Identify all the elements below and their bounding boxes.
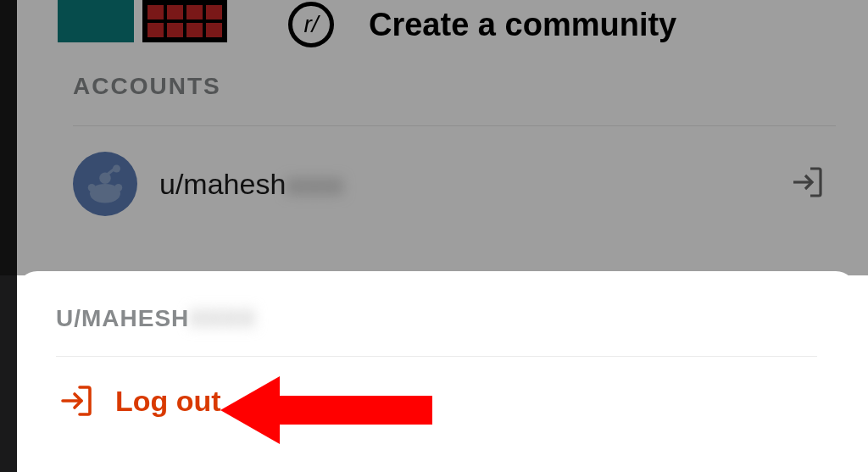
sheet-title-visible: U/MAHESH: [56, 305, 189, 331]
logout-button[interactable]: Log out: [56, 380, 817, 421]
create-community-label: Create a community: [369, 7, 676, 43]
svg-point-3: [88, 184, 96, 192]
avatar: [73, 152, 137, 216]
left-edge-strip: [0, 0, 17, 472]
username-blurred: xxxx: [286, 168, 343, 200]
menu-item-create-community[interactable]: r/ Create a community: [17, 0, 856, 47]
thumbnail-teal: [58, 0, 134, 42]
reddit-snoo-icon: [82, 161, 128, 207]
account-options-sheet: U/MAHESHXXXX Log out: [17, 271, 856, 472]
accounts-heading: ACCOUNTS: [73, 73, 221, 100]
sheet-title-blurred: XXXX: [189, 305, 256, 331]
logout-icon: [56, 380, 97, 421]
svg-point-1: [99, 173, 111, 185]
account-row[interactable]: u/maheshxxxx: [73, 146, 836, 222]
account-username: u/maheshxxxx: [159, 168, 343, 201]
thumbnail-grid: [142, 0, 227, 42]
svg-point-4: [114, 184, 122, 192]
sheet-divider: [56, 356, 817, 357]
exit-icon[interactable]: [787, 162, 827, 206]
community-icon: r/: [288, 2, 334, 47]
logout-label: Log out: [115, 385, 221, 418]
accounts-divider: [73, 125, 836, 126]
username-visible: u/mahesh: [159, 168, 286, 200]
community-icon-text: r/: [303, 11, 318, 38]
sheet-title: U/MAHESHXXXX: [56, 305, 817, 332]
